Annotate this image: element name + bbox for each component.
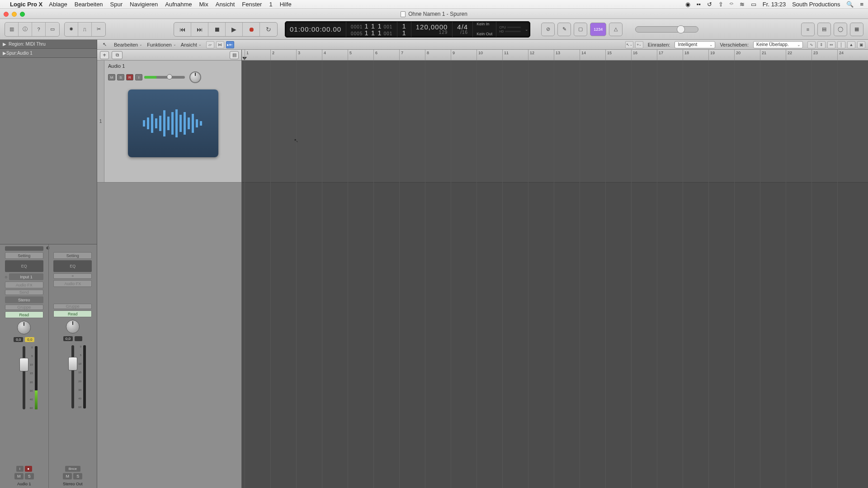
track-pan-knob[interactable] (189, 71, 201, 83)
lcd-beat2[interactable]: 1 (402, 29, 406, 36)
lcd-tempo[interactable]: 120,0000 (416, 23, 448, 30)
ruler-bar[interactable]: 8 (425, 50, 429, 60)
lcd-display[interactable]: 01:00:00:00.00 00011 1 1001 00051 1 1001… (285, 21, 530, 38)
ruler-bar[interactable]: 16 (631, 50, 637, 60)
track-inspector-header[interactable]: ▶ Spur: Audio 1 (0, 49, 97, 58)
record-button[interactable]: ⏺ (243, 23, 260, 36)
bounce-button[interactable]: Bnce (65, 466, 80, 472)
sync-icon[interactable]: ↺ (707, 1, 712, 8)
ruler-bar[interactable]: 4 (322, 50, 326, 60)
record-enable-button[interactable]: ● (25, 466, 32, 472)
track-lane-1[interactable] (242, 61, 868, 183)
left-tool-menu[interactable]: ↖⌄ (625, 41, 633, 48)
input-format-icon[interactable]: ○ (5, 275, 7, 279)
wifi-icon[interactable]: ≋ (740, 1, 745, 8)
menu-mix[interactable]: Mix (199, 1, 208, 8)
lcd-beat[interactable]: 1 (402, 23, 406, 29)
ruler-bar[interactable]: 21 (760, 50, 766, 60)
menu-1[interactable]: 1 (269, 1, 272, 8)
waveform-zoom-icon[interactable]: ∿ (807, 41, 816, 48)
loops-button[interactable]: ◯ (834, 23, 847, 36)
listeditors-button[interactable]: ≡ (801, 23, 815, 36)
bluetooth-icon[interactable]: ⌔ (730, 1, 733, 8)
ruler-bar[interactable]: 24 (837, 50, 844, 60)
ruler-bar[interactable]: 3 (296, 50, 300, 60)
vzoom-icon[interactable]: ⇕ (817, 41, 826, 48)
ruler-bar[interactable]: 14 (580, 50, 586, 60)
menu-aufnahme[interactable]: Aufnahme (165, 1, 192, 8)
ruler-bar[interactable]: 22 (786, 50, 792, 60)
track-record-button[interactable]: R (126, 74, 133, 80)
ruler-bar[interactable]: 20 (734, 50, 741, 60)
menu-hilfe[interactable]: Hilfe (280, 1, 292, 8)
lcd-smpte[interactable]: 01:00:00:00.00 (290, 26, 341, 33)
spotlight-icon[interactable]: 🔍 (846, 1, 854, 8)
zoom-window-button[interactable] (20, 12, 25, 17)
toolbar-button[interactable]: ▭ (46, 23, 59, 36)
arrange-area[interactable]: 123456789101112131415161718192021222324 … (242, 50, 868, 488)
zoom-slider-v-icon[interactable]: │ (837, 41, 845, 48)
ruler-bar[interactable]: 5 (348, 50, 352, 60)
catch-playhead-icon[interactable]: ▸⇤ (226, 41, 234, 48)
ruler-bar[interactable]: 18 (683, 50, 689, 60)
screenrec-icon[interactable]: ◉ (685, 1, 690, 8)
automation-mode[interactable]: Read (53, 310, 92, 317)
menu-ansicht[interactable]: Ansicht (216, 1, 235, 8)
audiofx-slot[interactable]: Audio FX (5, 282, 43, 288)
pan-knob[interactable] (17, 321, 31, 334)
arrange-grid[interactable]: ↖ (242, 61, 868, 488)
peak-value[interactable] (75, 336, 82, 341)
library-button[interactable]: ▥ (5, 23, 19, 36)
mute-button[interactable]: M (14, 473, 24, 479)
region-inspector-header[interactable]: ▶ Region: MIDI Thru (0, 40, 97, 49)
fader-cap[interactable] (68, 357, 77, 371)
global-tracks-button[interactable]: ▤ (230, 51, 239, 59)
stereo-link[interactable]: ⚭ (53, 273, 92, 279)
notepad-button[interactable]: ▤ (817, 23, 831, 36)
duplicate-track-button[interactable]: ⧉ (112, 51, 123, 59)
ruler-bar[interactable]: 11 (502, 50, 509, 60)
view-menu[interactable]: Ansicht⌄ (181, 42, 202, 47)
menu-navigieren[interactable]: Navigieren (130, 1, 158, 8)
automation-mode[interactable]: Read (5, 311, 43, 318)
menubar-clock[interactable]: Fr. 13:23 (763, 1, 786, 8)
peak-value[interactable]: 0,0 (25, 337, 34, 342)
ruler-bar[interactable]: 19 (708, 50, 715, 60)
battery-icon[interactable]: ▭ (751, 1, 756, 8)
balance-knob[interactable] (66, 320, 80, 333)
pointer-tool-icon[interactable]: ↖ (100, 41, 109, 48)
track-volume-slider[interactable] (144, 76, 185, 79)
master-volume-slider[interactable] (635, 26, 698, 33)
automation-icon[interactable]: ▱ (206, 41, 214, 48)
lcd-position[interactable]: 1 1 1 (364, 23, 382, 29)
track-mute-button[interactable]: M (108, 74, 115, 80)
input-slot[interactable]: Input 1 (9, 273, 43, 280)
ruler-bar[interactable]: 17 (657, 50, 663, 60)
countin-button[interactable]: 1234 (590, 23, 606, 36)
strip-name[interactable]: Audio 1 (17, 482, 31, 486)
menu-bearbeiten[interactable]: Bearbeiten (75, 1, 103, 8)
ruler-bar[interactable]: 15 (605, 50, 612, 60)
close-window-button[interactable] (4, 12, 9, 17)
menu-icon[interactable]: ≡ (860, 1, 863, 8)
smartcontrols-button[interactable]: ✸ (65, 23, 78, 36)
slider-knob[interactable] (677, 25, 685, 33)
browser-button[interactable]: ▦ (850, 23, 863, 36)
cycle-button[interactable]: ↻ (260, 23, 277, 36)
mixer-button[interactable]: ⎍ (78, 23, 92, 36)
tuner-button[interactable]: ▢ (574, 23, 587, 36)
right-tool-menu[interactable]: +⌄ (635, 41, 643, 48)
eq-thumbnail[interactable]: EQ (53, 260, 92, 272)
flex-icon[interactable]: ⋈ (216, 41, 224, 48)
drag-mode-select[interactable]: Keine Überlapp. (753, 41, 803, 48)
zoom-slider-h-icon[interactable]: ▲ (847, 41, 855, 48)
track-icon[interactable] (128, 89, 218, 157)
lowlatency-button[interactable]: ✎ (557, 23, 571, 36)
functions-menu[interactable]: Funktionen⌄ (147, 42, 176, 47)
bar-ruler[interactable]: 123456789101112131415161718192021222324 (242, 50, 868, 61)
audiofx-slot[interactable]: Audio FX (53, 280, 92, 287)
snap-mode-select[interactable]: Intelligent (675, 41, 715, 48)
edit-menu[interactable]: Bearbeiten⌄ (114, 42, 142, 47)
minimize-window-button[interactable] (12, 12, 17, 17)
eq-thumbnail[interactable]: EQ (5, 260, 43, 272)
